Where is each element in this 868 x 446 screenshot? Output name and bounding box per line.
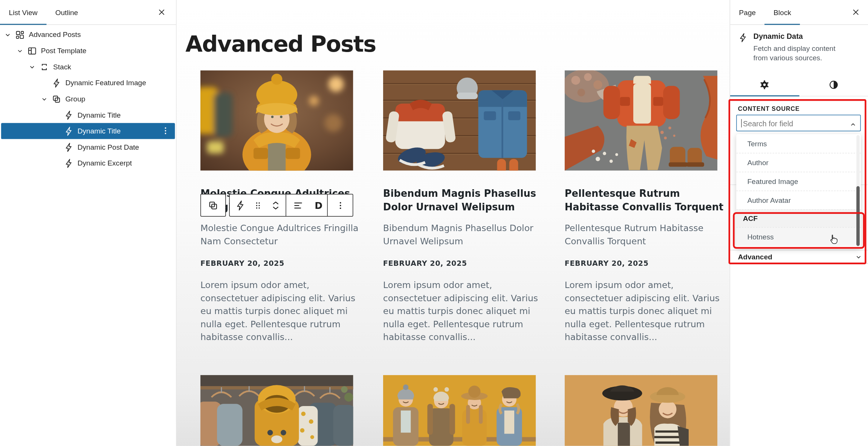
- post-card-3: Pellentesque Rutrum Habitasse Convallis …: [565, 71, 726, 375]
- stack-icon: [38, 62, 51, 72]
- post-card-1: Molestie Congue Adultrices Fringilla Nam…: [200, 71, 362, 375]
- tree-item-label: Advanced Posts: [29, 31, 81, 39]
- chevron-down-icon[interactable]: [27, 63, 38, 71]
- option-author-avatar[interactable]: Author Avatar: [736, 190, 861, 209]
- move-up-down-icon: [270, 200, 281, 211]
- chevron-down-icon[interactable]: [39, 95, 50, 103]
- featured-image-3[interactable]: [565, 71, 718, 171]
- select-parent-group-button[interactable]: [201, 195, 225, 216]
- block-card-description: Fetch and display content from various s…: [753, 44, 848, 63]
- post-excerpt[interactable]: Lorem ipsum odor amet, consectetuer adip…: [565, 279, 726, 345]
- featured-image-2[interactable]: [383, 71, 536, 171]
- editor-window: List View Outline Advanced Posts Post Te…: [0, 0, 868, 446]
- contrast-icon: [828, 79, 839, 90]
- tree-item-dynamic-post-date[interactable]: Dynamic Post Date: [0, 139, 176, 155]
- tree-item-post-template[interactable]: Post Template: [0, 43, 176, 59]
- close-icon: [157, 7, 167, 17]
- chevron-down-icon: [855, 253, 863, 261]
- drag-dots-icon: [253, 200, 263, 210]
- lightning-icon: [234, 200, 245, 211]
- close-inspector-button[interactable]: [848, 5, 863, 20]
- tree-item-label: Dynamic Featured Image: [65, 79, 146, 87]
- list-view-header: List View Outline: [0, 0, 176, 25]
- post-excerpt[interactable]: Lorem ipsum odor amet, consectetuer adip…: [383, 279, 545, 345]
- advanced-accordion[interactable]: Advanced: [730, 250, 868, 264]
- option-hotness[interactable]: Hotness: [736, 227, 861, 246]
- featured-image-1[interactable]: [200, 71, 353, 171]
- tree-item-dynamic-title-selected[interactable]: Dynamic Title: [1, 123, 175, 139]
- search-field-input[interactable]: [742, 116, 847, 131]
- dynamic-data-button[interactable]: D: [310, 195, 327, 216]
- lightning-icon: [62, 110, 75, 120]
- editor-canvas: Advanced Posts: [177, 0, 730, 446]
- post-date[interactable]: FEBRUARY 20, 2025: [200, 259, 284, 268]
- tree-item-group[interactable]: Group: [0, 91, 176, 107]
- bottom-image-3[interactable]: [565, 375, 718, 446]
- options-button[interactable]: [328, 195, 353, 216]
- select-parent-toolbar: [200, 194, 226, 216]
- tab-page[interactable]: Page: [730, 0, 765, 25]
- tree-item-label: Group: [65, 95, 85, 103]
- post-date[interactable]: FEBRUARY 20, 2025: [565, 259, 649, 268]
- tree-item-stack[interactable]: Stack: [0, 59, 176, 75]
- template-icon: [26, 46, 39, 55]
- close-list-view-button[interactable]: [154, 5, 169, 20]
- align-button[interactable]: [286, 195, 310, 216]
- group-icon: [50, 94, 63, 104]
- advanced-label: Advanced: [738, 253, 772, 261]
- gear-icon: [759, 79, 770, 90]
- post-subtitle[interactable]: Molestie Congue Adultrices Fringilla Nam…: [200, 222, 362, 248]
- tab-outline[interactable]: Outline: [46, 0, 87, 25]
- options-kebab-icon: [335, 200, 345, 210]
- block-mover[interactable]: [266, 195, 286, 216]
- tree-item-label: Dynamic Title: [78, 111, 121, 119]
- group-icon: [208, 200, 219, 211]
- content-source-label: CONTENT SOURCE: [738, 105, 800, 112]
- drag-handle[interactable]: [250, 195, 266, 216]
- tree-item-label: Dynamic Title: [78, 127, 121, 135]
- post-excerpt[interactable]: Lorem ipsum odor amet, consectetuer adip…: [200, 279, 362, 345]
- tab-block[interactable]: Block: [765, 0, 800, 25]
- tree-item-label: Stack: [53, 63, 71, 71]
- content-source-dropdown: Terms Author Featured Image Author Avata…: [736, 134, 861, 248]
- dropdown-scrollbar-thumb[interactable]: [856, 186, 860, 246]
- block-tree: Advanced Posts Post Template Stack Dynam…: [0, 27, 176, 172]
- close-icon: [851, 7, 860, 17]
- option-author[interactable]: Author: [736, 153, 861, 172]
- option-featured-image[interactable]: Featured Image: [736, 172, 861, 191]
- lightning-icon: [62, 126, 75, 136]
- block-toolbar: D: [229, 194, 353, 216]
- tree-item-dynamic-excerpt[interactable]: Dynamic Excerpt: [0, 155, 176, 171]
- bottom-image-2[interactable]: [383, 375, 536, 446]
- post-title[interactable]: Pellentesque Rutrum Habitasse Convallis …: [565, 187, 726, 214]
- tab-outline-label: Outline: [55, 8, 78, 16]
- lightning-icon: [50, 78, 63, 87]
- list-view-panel: List View Outline Advanced Posts Post Te…: [0, 0, 177, 446]
- tree-item-dynamic-featured-image[interactable]: Dynamic Featured Image: [0, 75, 176, 91]
- tree-item-advanced-posts[interactable]: Advanced Posts: [0, 27, 176, 43]
- chevron-down-icon[interactable]: [14, 47, 25, 55]
- bottom-image-1[interactable]: [200, 375, 353, 446]
- query-loop-icon: [13, 30, 26, 40]
- post-title[interactable]: Bibendum Magnis Phasellus Dolor Urnavel …: [383, 187, 545, 214]
- post-subtitle[interactable]: Bibendum Magnis Phasellus Dolor Urnavel …: [383, 222, 545, 248]
- tree-item-label: Dynamic Post Date: [78, 143, 139, 151]
- tree-item-dynamic-title[interactable]: Dynamic Title: [0, 107, 176, 123]
- group-header-acf: ACF: [736, 209, 861, 227]
- post-subtitle[interactable]: Pellentesque Rutrum Habitasse Convallis …: [565, 222, 726, 248]
- chevron-up-icon[interactable]: [849, 119, 857, 129]
- tab-styles[interactable]: [799, 74, 868, 96]
- dynamic-block-button[interactable]: [230, 195, 250, 216]
- tab-settings[interactable]: [730, 74, 799, 96]
- inspector-panel: Page Block Dynamic Data Fetch and displa…: [730, 0, 868, 446]
- tab-block-label: Block: [773, 8, 791, 16]
- post-date[interactable]: FEBRUARY 20, 2025: [383, 259, 467, 268]
- align-left-icon: [293, 200, 304, 211]
- inspector-header: Page Block: [730, 0, 868, 25]
- options-kebab-icon[interactable]: [160, 126, 170, 136]
- chevron-down-icon[interactable]: [2, 31, 13, 39]
- hand-cursor-icon: [827, 233, 840, 246]
- tab-list-view[interactable]: List View: [0, 0, 46, 25]
- page-title[interactable]: Advanced Posts: [185, 31, 376, 57]
- option-terms[interactable]: Terms: [736, 134, 861, 153]
